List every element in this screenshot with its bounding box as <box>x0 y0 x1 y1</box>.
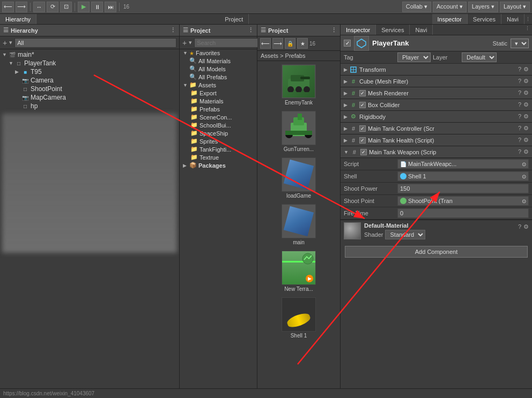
project-scenecon[interactable]: 📁 SceneCon... <box>180 113 257 121</box>
toolbar-btn-forward[interactable]: ⟶ <box>16 2 27 12</box>
step-button[interactable]: ⏭ <box>105 2 116 12</box>
weapon-script-value[interactable]: 📄 MainTankWeapc... ⊙ <box>397 159 529 169</box>
project-add-btn[interactable]: + <box>182 39 187 47</box>
assets-back-btn[interactable]: ⟵ <box>260 38 271 49</box>
asset-item-terrain[interactable]: ▶ New Terra... <box>260 250 338 293</box>
weapon-shootpoint-select-btn[interactable]: ⊙ <box>522 198 526 204</box>
project-export[interactable]: 📁 Export <box>180 89 257 97</box>
weapon-shootpower-value[interactable]: 150 <box>397 184 529 193</box>
tankweapon-checkbox[interactable] <box>360 149 367 155</box>
transform-help-btn[interactable]: ? <box>518 66 521 73</box>
play-button[interactable]: ▶ <box>78 2 90 12</box>
account-button[interactable]: Account ▾ <box>433 2 467 12</box>
component-tankcontroller-header[interactable]: ▶ # Main Tank Controller (Scr ? ⚙ <box>341 123 532 134</box>
rigidbody-help-btn[interactable]: ? <box>518 113 521 120</box>
material-help-btn[interactable]: ? <box>518 223 521 230</box>
hierarchy-options-icon[interactable]: ⋮ <box>170 27 176 34</box>
project-sprites[interactable]: 📁 Sprites <box>180 137 257 145</box>
meshrenderer-help-btn[interactable]: ? <box>518 89 521 96</box>
tree-item-mapcamera[interactable]: ▶ 📷 MapCamera <box>0 93 179 102</box>
weapon-firetime-value[interactable]: 0 <box>397 208 529 218</box>
layers-button[interactable]: Layers ▾ <box>468 2 498 12</box>
asset-item-enemytank[interactable]: EnemyTank <box>260 63 338 107</box>
tab-inspector-main[interactable]: Inspector <box>341 25 376 35</box>
pause-button[interactable]: ⏸ <box>91 2 103 12</box>
toolbar-btn-move[interactable]: ↔ <box>33 2 45 12</box>
asset-item-loadgame[interactable]: loadGame <box>260 156 338 200</box>
project-favorites-header[interactable]: ▼ ★ Favorites <box>180 49 257 57</box>
tab-inspector[interactable]: Inspector <box>432 14 468 24</box>
layout-button[interactable]: Layout ▾ <box>500 2 530 12</box>
component-meshfilter-header[interactable]: ▶ # Cube (Mesh Filter) ? ⚙ <box>341 76 532 87</box>
meshrenderer-settings-btn[interactable]: ⚙ <box>523 89 529 96</box>
project-materials[interactable]: 📁 Materials <box>180 97 257 105</box>
project-add-dropdown[interactable]: ▾ <box>189 39 192 46</box>
assets-star-btn[interactable]: ★ <box>297 38 308 49</box>
tab-navi[interactable]: Navi <box>501 14 524 24</box>
boxcollider-settings-btn[interactable]: ⚙ <box>523 101 529 108</box>
project-packages-header[interactable]: ▶ 📦 Packages <box>180 161 257 169</box>
project-schoolbui[interactable]: 📁 SchoolBui... <box>180 121 257 129</box>
inspector-options-btn[interactable]: ⋮ <box>523 25 532 35</box>
meshrenderer-checkbox[interactable] <box>359 90 366 96</box>
tankcontroller-settings-btn[interactable]: ⚙ <box>523 125 529 132</box>
component-rigidbody-header[interactable]: ▶ ⚙ Rigidbody ? ⚙ <box>341 111 532 123</box>
project-assets-header[interactable]: ▼ 📁 Assets <box>180 81 257 89</box>
tab-project[interactable]: Project <box>219 14 249 24</box>
hierarchy-add-btn[interactable]: + <box>3 39 7 47</box>
assets-options-icon[interactable]: ⋮ <box>331 27 337 34</box>
tag-dropdown[interactable]: Player <box>397 52 431 62</box>
tree-item-shootpoint[interactable]: ▶ □ ShootPoint <box>0 85 179 93</box>
component-meshrenderer-header[interactable]: ▶ # Mesh Renderer ? ⚙ <box>341 87 532 99</box>
toolbar-btn-back[interactable]: ⟵ <box>2 2 14 12</box>
add-component-button[interactable]: Add Component <box>345 246 528 258</box>
assets-forward-btn[interactable]: ⟶ <box>272 38 283 49</box>
boxcollider-checkbox[interactable] <box>359 102 366 108</box>
tankcontroller-checkbox[interactable] <box>359 125 366 132</box>
shader-dropdown[interactable]: Standard <box>385 230 425 239</box>
tab-hierarchy[interactable]: Hierarchy <box>0 14 36 24</box>
project-all-prefabs[interactable]: 🔍 All Prefabs <box>180 73 257 81</box>
tree-item-main[interactable]: ▼ 🎬 main* <box>0 50 179 59</box>
tankweapon-help-btn[interactable]: ? <box>518 148 521 155</box>
boxcollider-help-btn[interactable]: ? <box>518 101 521 108</box>
project-all-models[interactable]: 🔍 All Models <box>180 65 257 73</box>
project-all-materials[interactable]: 🔍 All Materials <box>180 57 257 65</box>
project-prefabs[interactable]: 📁 Prefabs <box>180 105 257 113</box>
meshfilter-help-btn[interactable]: ? <box>518 78 521 85</box>
toolbar-btn-scale[interactable]: ⊡ <box>60 2 72 12</box>
material-settings-btn[interactable]: ⚙ <box>523 223 529 230</box>
project-tankfighti[interactable]: 📁 TankFighti... <box>180 145 257 153</box>
rigidbody-settings-btn[interactable]: ⚙ <box>523 113 529 120</box>
component-boxcollider-header[interactable]: ▶ # Box Collider ? ⚙ <box>341 99 532 111</box>
asset-item-shell[interactable]: Shell 1 <box>260 296 338 340</box>
component-tankhealth-header[interactable]: ▶ # Main Tank Health (Script) ? ⚙ <box>341 134 532 146</box>
tankcontroller-help-btn[interactable]: ? <box>518 125 521 132</box>
tree-item-hp[interactable]: ▶ □ hp <box>0 102 179 110</box>
hierarchy-search-input[interactable] <box>14 38 176 48</box>
tab-services[interactable]: Services <box>468 14 501 24</box>
weapon-script-select-btn[interactable]: ⊙ <box>522 161 526 167</box>
asset-item-main[interactable]: main <box>260 203 338 246</box>
collab-button[interactable]: Collab ▾ <box>402 2 431 12</box>
project-spaceship[interactable]: 📁 SpaceShip <box>180 129 257 137</box>
inspector-object-icon[interactable] <box>354 36 369 51</box>
component-tankweapon-header[interactable]: ▼ # Main Tank Weapon (Scrip ? ⚙ <box>341 146 532 158</box>
component-transform-header[interactable]: ▶ Transform ? ⚙ <box>341 64 532 76</box>
tankhealth-checkbox[interactable] <box>359 137 366 144</box>
project-options-icon[interactable]: ⋮ <box>248 27 254 34</box>
weapon-shell-value[interactable]: Shell 1 ⊙ <box>397 171 529 181</box>
toolbar-btn-rotate[interactable]: ⟳ <box>47 2 58 12</box>
static-dropdown[interactable]: ▾ <box>511 39 529 48</box>
transform-settings-btn[interactable]: ⚙ <box>523 66 529 73</box>
tree-item-camera[interactable]: ▶ 📷 Camera <box>0 76 179 85</box>
tankhealth-settings-btn[interactable]: ⚙ <box>523 137 529 144</box>
inspector-active-checkbox[interactable] <box>344 40 351 47</box>
tree-item-t95[interactable]: ▶ ■ T95 <box>0 67 179 76</box>
hierarchy-add-dropdown[interactable]: ▾ <box>9 39 12 46</box>
asset-item-gunturret[interactable]: GunTurren... <box>260 110 338 153</box>
tab-navi-main[interactable]: Navi <box>410 25 433 35</box>
weapon-shootpoint-value[interactable]: ShootPoint (Tran ⊙ <box>397 196 529 206</box>
tankweapon-settings-btn[interactable]: ⚙ <box>523 148 529 155</box>
meshfilter-settings-btn[interactable]: ⚙ <box>523 78 529 85</box>
